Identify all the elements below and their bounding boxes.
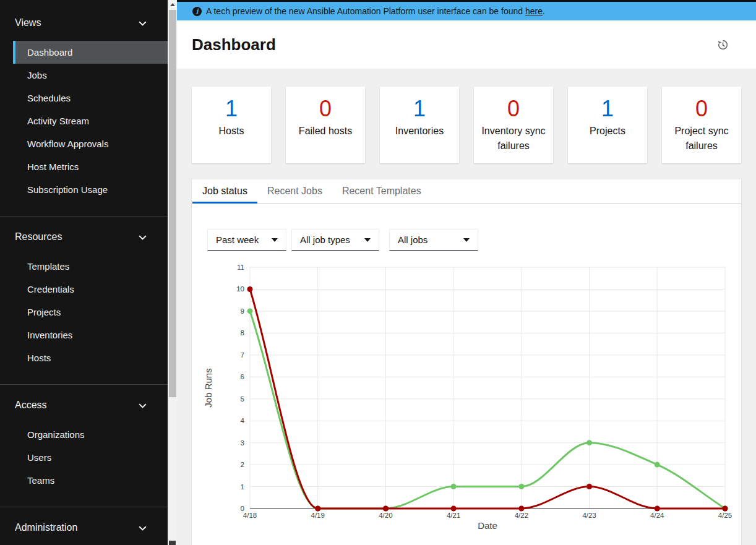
app-window: ViewsDashboardJobsSchedulesActivity Stre… — [0, 0, 756, 545]
svg-text:4/18: 4/18 — [243, 512, 257, 519]
history-icon[interactable] — [716, 38, 730, 52]
banner-message: A tech preview of the new Ansible Automa… — [206, 6, 545, 16]
summary-card-failed-hosts[interactable]: 0Failed hosts — [286, 87, 365, 163]
period-filter-select[interactable]: Past week — [207, 229, 286, 251]
scrollbar-thumb[interactable] — [169, 10, 176, 397]
chart-wrapper: 012345678910114/184/194/204/214/224/234/… — [199, 263, 741, 541]
svg-text:8: 8 — [241, 329, 244, 337]
summary-card-inventories[interactable]: 1Inventories — [380, 87, 459, 163]
caret-down-icon — [364, 238, 371, 245]
summary-cards-row: 1Hosts0Failed hosts1Inventories0Inventor… — [192, 87, 741, 163]
summary-card-inventory-sync-failures[interactable]: 0Inventory sync failures — [474, 87, 553, 163]
sidebar-item-workflow-approvals[interactable]: Workflow Approvals — [13, 132, 168, 155]
svg-text:Job Runs: Job Runs — [203, 368, 213, 407]
chevron-down-icon — [139, 522, 147, 533]
sidebar: ViewsDashboardJobsSchedulesActivity Stre… — [0, 0, 168, 545]
sidebar-item-projects[interactable]: Projects — [13, 301, 168, 324]
card-label: Failed hosts — [286, 124, 365, 139]
sidebar-item-hosts[interactable]: Hosts — [13, 346, 168, 369]
sidebar-item-subscription-usage[interactable]: Subscription Usage — [13, 178, 168, 201]
caret-down-icon — [463, 238, 470, 245]
sidebar-item-users[interactable]: Users — [13, 446, 168, 469]
chevron-down-icon — [139, 400, 147, 411]
svg-text:4/22: 4/22 — [515, 512, 528, 519]
summary-card-projects[interactable]: 1Projects — [568, 87, 647, 163]
card-count[interactable]: 1 — [380, 95, 459, 122]
sidebar-item-credentials[interactable]: Credentials — [13, 278, 168, 301]
sidebar-item-activity-stream[interactable]: Activity Stream — [13, 109, 168, 132]
tab-recent-templates[interactable]: Recent Templates — [332, 179, 431, 204]
main-area: i A tech preview of the new Ansible Auto… — [177, 0, 756, 545]
sidebar-item-schedules[interactable]: Schedules — [13, 87, 168, 109]
sidebar-nav: ViewsDashboardJobsSchedulesActivity Stre… — [0, 12, 168, 545]
job-type-filter-select[interactable]: All job types — [291, 229, 379, 251]
job-status-chart[interactable]: 012345678910114/184/194/204/214/224/234/… — [199, 263, 735, 538]
svg-text:11: 11 — [237, 264, 244, 271]
card-count[interactable]: 0 — [662, 95, 741, 122]
sidebar-item-jobs[interactable]: Jobs — [13, 64, 168, 87]
caret-down-icon — [272, 238, 278, 245]
summary-card-project-sync-failures[interactable]: 0Project sync failures — [662, 87, 741, 163]
sidebar-item-host-metrics[interactable]: Host Metrics — [13, 155, 168, 178]
tech-preview-banner: i A tech preview of the new Ansible Auto… — [177, 2, 756, 20]
nav-section-label: Access — [15, 400, 47, 411]
nav-section-label: Views — [15, 17, 41, 28]
svg-text:4/20: 4/20 — [379, 512, 392, 519]
sidebar-item-inventories[interactable]: Inventories — [13, 324, 168, 346]
nav-section-toggle-views[interactable]: Views — [0, 12, 168, 33]
svg-text:7: 7 — [241, 351, 244, 359]
card-count[interactable]: 0 — [474, 95, 553, 122]
svg-text:9: 9 — [241, 307, 244, 315]
scrollbar-up-arrow-icon[interactable] — [168, 0, 177, 9]
sidebar-item-templates[interactable]: Templates — [13, 255, 168, 278]
card-label: Hosts — [192, 124, 271, 139]
nav-section-resources: ResourcesTemplatesCredentialsProjectsInv… — [0, 216, 168, 377]
svg-text:1: 1 — [241, 483, 244, 491]
nav-section-views: ViewsDashboardJobsSchedulesActivity Stre… — [0, 12, 168, 208]
card-count[interactable]: 0 — [286, 95, 365, 122]
select-value: All job types — [300, 234, 350, 245]
card-label: Inventories — [380, 124, 459, 139]
scrollbar-down-arrow-icon[interactable] — [169, 541, 176, 545]
svg-text:4: 4 — [241, 417, 245, 424]
svg-text:5: 5 — [241, 395, 244, 403]
svg-text:3: 3 — [241, 439, 244, 447]
svg-text:2: 2 — [241, 461, 244, 468]
svg-text:6: 6 — [241, 373, 244, 380]
job-filter-select[interactable]: All jobs — [389, 229, 478, 251]
page-title: Dashboard — [192, 35, 276, 54]
page-header: Dashboard — [177, 20, 756, 69]
card-count[interactable]: 1 — [568, 95, 647, 122]
nav-section-toggle-resources[interactable]: Resources — [0, 226, 168, 247]
nav-section-label: Administration — [15, 522, 77, 533]
svg-text:4/23: 4/23 — [582, 512, 596, 519]
card-label: Projects — [568, 124, 647, 139]
nav-section-access: AccessOrganizationsUsersTeams — [0, 384, 168, 499]
sidebar-item-organizations[interactable]: Organizations — [13, 423, 168, 446]
svg-text:Date: Date — [478, 520, 497, 531]
chart-filters: Past weekAll job typesAll jobs — [207, 229, 741, 251]
tab-recent-jobs[interactable]: Recent Jobs — [257, 179, 332, 204]
banner-suffix: . — [543, 6, 545, 16]
info-circle-icon: i — [192, 7, 202, 16]
panel-tabs: Job statusRecent JobsRecent Templates — [192, 179, 741, 204]
sidebar-item-teams[interactable]: Teams — [13, 469, 168, 492]
summary-card-hosts[interactable]: 1Hosts — [192, 87, 271, 163]
nav-section-toggle-access[interactable]: Access — [0, 395, 168, 416]
chevron-down-icon — [139, 231, 147, 242]
sidebar-item-dashboard[interactable]: Dashboard — [13, 41, 168, 64]
nav-section-toggle-administration[interactable]: Administration — [0, 517, 168, 538]
sidebar-scrollbar[interactable] — [168, 0, 177, 545]
nav-section-label: Resources — [15, 231, 62, 242]
svg-text:10: 10 — [236, 285, 244, 293]
dashboard-content: 1Hosts0Failed hosts1Inventories0Inventor… — [177, 69, 756, 545]
banner-here-link[interactable]: here — [525, 6, 543, 16]
card-count[interactable]: 1 — [192, 95, 271, 122]
select-value: Past week — [216, 234, 259, 245]
tab-job-status[interactable]: Job status — [192, 179, 257, 204]
select-value: All jobs — [398, 234, 427, 245]
card-label: Project sync failures — [662, 124, 741, 153]
job-panel: Job statusRecent JobsRecent Templates Pa… — [192, 179, 741, 545]
card-label: Inventory sync failures — [474, 124, 553, 153]
svg-text:4/19: 4/19 — [311, 512, 325, 519]
